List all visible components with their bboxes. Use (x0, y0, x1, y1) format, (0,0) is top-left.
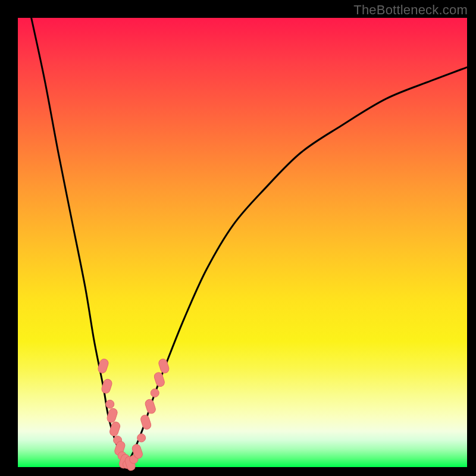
data-marker (153, 371, 165, 387)
data-marker (151, 389, 159, 397)
curve-left (32, 18, 126, 467)
chart-frame: TheBottleneck.com (0, 0, 476, 476)
watermark-text: TheBottleneck.com (353, 2, 468, 18)
data-marker (137, 434, 146, 442)
chart-svg (18, 18, 467, 467)
data-marker (140, 414, 152, 430)
data-marker (144, 399, 156, 415)
data-marker (97, 358, 109, 374)
data-markers (97, 358, 170, 472)
plot-area (18, 18, 467, 467)
data-marker (106, 400, 114, 408)
curve-right (126, 67, 467, 467)
